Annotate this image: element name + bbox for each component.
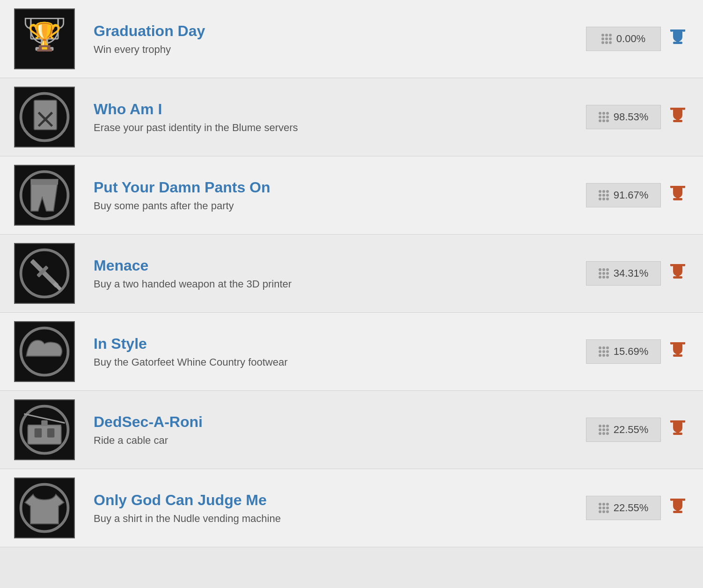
- achievement-percent-dedsec-a-roni: 22.55%: [586, 418, 661, 442]
- achievement-desc-who-am-i: Erase your past identity in the Blume se…: [94, 122, 586, 134]
- achievement-list: 🏆 Graduation Day Win every trophy 0.00%: [0, 0, 703, 547]
- achievement-info-put-your-damn-pants-on: Put Your Damn Pants On Buy some pants af…: [94, 179, 586, 212]
- achievement-info-graduation-day: Graduation Day Win every trophy: [94, 22, 586, 56]
- trophy-icon-dedsec-a-roni: [666, 419, 689, 441]
- achievement-icon-graduation-day: 🏆: [14, 8, 75, 69]
- achievement-percent-only-god-can-judge-me: 22.55%: [586, 496, 661, 520]
- achievement-right-put-your-damn-pants-on: 91.67%: [586, 183, 689, 207]
- svg-rect-17: [31, 179, 58, 185]
- achievement-row-put-your-damn-pants-on[interactable]: Put Your Damn Pants On Buy some pants af…: [0, 156, 703, 235]
- percent-value: 22.55%: [614, 502, 649, 514]
- dots-icon: [599, 503, 609, 513]
- achievement-desc-put-your-damn-pants-on: Buy some pants after the party: [94, 200, 586, 212]
- svg-rect-35: [35, 428, 42, 437]
- svg-rect-36: [47, 428, 55, 437]
- achievement-desc-graduation-day: Win every trophy: [94, 44, 586, 56]
- achievement-title-dedsec-a-roni: DedSec-A-Roni: [94, 413, 586, 431]
- trophy-icon-in-style: [666, 340, 689, 363]
- achievement-title-in-style: In Style: [94, 335, 586, 353]
- achievement-row-who-am-i[interactable]: Who Am I Erase your past identity in the…: [0, 78, 703, 156]
- achievement-percent-in-style: 15.69%: [586, 339, 661, 364]
- achievement-right-in-style: 15.69%: [586, 339, 689, 364]
- svg-rect-44: [673, 511, 682, 513]
- achievement-right-graduation-day: 0.00%: [586, 27, 689, 51]
- dots-icon: [599, 346, 609, 357]
- achievement-info-only-god-can-judge-me: Only God Can Judge Me Buy a shirt in the…: [94, 492, 586, 525]
- svg-rect-5: [676, 37, 679, 42]
- dots-icon: [599, 425, 609, 435]
- achievement-icon-menace: [14, 243, 75, 304]
- achievement-desc-dedsec-a-roni: Ride a cable car: [94, 434, 586, 447]
- trophy-icon-menace: [666, 262, 689, 285]
- achievement-percent-put-your-damn-pants-on: 91.67%: [586, 183, 661, 207]
- achievement-row-only-god-can-judge-me[interactable]: Only God Can Judge Me Buy a shirt in the…: [0, 469, 703, 547]
- achievement-icon-only-god-can-judge-me: [14, 478, 75, 538]
- percent-value: 34.31%: [614, 267, 649, 279]
- svg-rect-29: [676, 350, 679, 354]
- achievement-icon-who-am-i: [14, 87, 75, 147]
- trophy-icon-who-am-i: [666, 106, 689, 128]
- svg-rect-9: [34, 100, 57, 130]
- achievement-right-who-am-i: 98.53%: [586, 105, 689, 129]
- achievement-percent-graduation-day: 0.00%: [586, 27, 661, 51]
- achievement-info-menace: Menace Buy a two handed weapon at the 3D…: [94, 257, 586, 290]
- svg-rect-30: [673, 354, 682, 357]
- svg-text:🏆: 🏆: [28, 21, 62, 53]
- achievement-title-menace: Menace: [94, 257, 586, 274]
- percent-value: 15.69%: [614, 345, 649, 358]
- achievement-row-graduation-day[interactable]: 🏆 Graduation Day Win every trophy 0.00%: [0, 0, 703, 78]
- svg-rect-38: [41, 420, 48, 426]
- achievement-icon-put-your-damn-pants-on: [14, 165, 75, 226]
- percent-value: 98.53%: [614, 111, 649, 123]
- svg-rect-43: [676, 506, 679, 511]
- dots-icon: [601, 34, 612, 44]
- dots-icon: [599, 268, 609, 279]
- achievement-title-graduation-day: Graduation Day: [94, 22, 586, 40]
- percent-value: 22.55%: [614, 424, 649, 436]
- achievement-percent-menace: 34.31%: [586, 261, 661, 286]
- achievement-icon-in-style: [14, 321, 75, 382]
- achievement-row-in-style[interactable]: In Style Buy the Gatorfeet Whine Country…: [0, 313, 703, 391]
- achievement-info-who-am-i: Who Am I Erase your past identity in the…: [94, 101, 586, 134]
- svg-rect-25: [676, 272, 679, 276]
- achievement-right-menace: 34.31%: [586, 261, 689, 286]
- achievement-right-dedsec-a-roni: 22.55%: [586, 418, 689, 442]
- achievement-icon-dedsec-a-roni: [14, 399, 75, 460]
- achievement-desc-menace: Buy a two handed weapon at the 3D printe…: [94, 278, 586, 290]
- achievement-row-menace[interactable]: Menace Buy a two handed weapon at the 3D…: [0, 235, 703, 313]
- svg-rect-6: [673, 42, 682, 44]
- achievement-info-dedsec-a-roni: DedSec-A-Roni Ride a cable car: [94, 413, 586, 447]
- svg-rect-40: [673, 433, 682, 435]
- achievement-right-only-god-can-judge-me: 22.55%: [586, 496, 689, 520]
- achievement-info-in-style: In Style Buy the Gatorfeet Whine Country…: [94, 335, 586, 368]
- svg-rect-14: [673, 120, 682, 122]
- achievement-desc-only-god-can-judge-me: Buy a shirt in the Nudle vending machine: [94, 513, 586, 525]
- percent-value: 0.00%: [616, 33, 645, 45]
- trophy-icon-only-god-can-judge-me: [666, 497, 689, 519]
- percent-value: 91.67%: [614, 189, 649, 201]
- achievement-row-dedsec-a-roni[interactable]: DedSec-A-Roni Ride a cable car 22.55%: [0, 391, 703, 469]
- svg-rect-39: [676, 428, 679, 433]
- dots-icon: [599, 190, 609, 200]
- achievement-percent-who-am-i: 98.53%: [586, 105, 661, 129]
- achievement-title-only-god-can-judge-me: Only God Can Judge Me: [94, 492, 586, 509]
- trophy-icon-graduation-day: [666, 28, 689, 50]
- achievement-title-put-your-damn-pants-on: Put Your Damn Pants On: [94, 179, 586, 196]
- svg-rect-26: [673, 276, 682, 279]
- svg-rect-33: [28, 425, 61, 444]
- achievement-desc-in-style: Buy the Gatorfeet Whine Country footwear: [94, 356, 586, 368]
- svg-rect-18: [676, 193, 679, 198]
- svg-rect-13: [676, 115, 679, 120]
- dots-icon: [599, 112, 609, 122]
- trophy-icon-put-your-damn-pants-on: [666, 184, 689, 206]
- svg-rect-19: [673, 198, 682, 200]
- achievement-title-who-am-i: Who Am I: [94, 101, 586, 118]
